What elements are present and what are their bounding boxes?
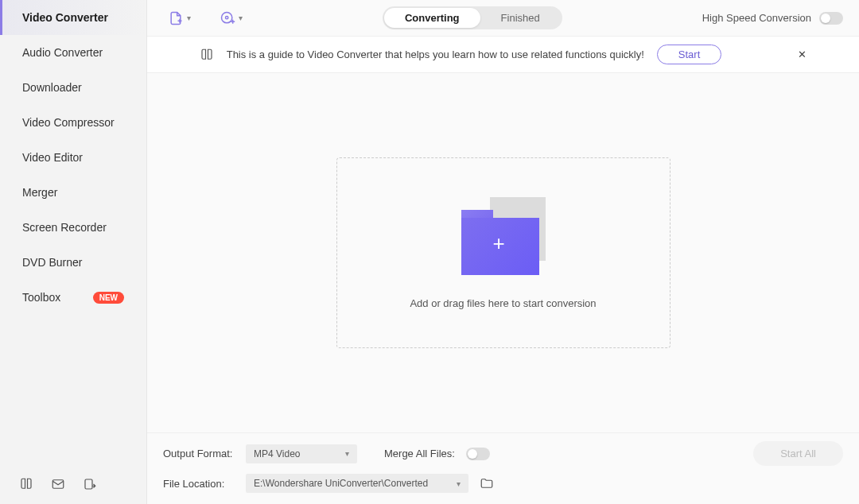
high-speed-toggle[interactable] <box>819 12 843 25</box>
sidebar-item-toolbox[interactable]: Toolbox NEW <box>0 280 146 315</box>
chevron-down-icon: ▾ <box>239 14 243 22</box>
chevron-down-icon: ▾ <box>345 449 349 458</box>
tab-switch: Converting Finished <box>383 6 562 29</box>
output-format-value: MP4 Video <box>254 448 300 459</box>
bottom-bar: Output Format: MP4 Video ▾ Merge All Fil… <box>147 432 859 504</box>
guide-start-button[interactable]: Start <box>657 45 721 64</box>
sidebar-item-label: Toolbox <box>22 291 60 304</box>
tab-converting[interactable]: Converting <box>384 8 480 28</box>
sidebar-item-label: DVD Burner <box>22 256 82 269</box>
svg-point-3 <box>226 16 228 18</box>
file-location-label: File Location: <box>163 478 235 490</box>
tab-finished[interactable]: Finished <box>480 8 561 28</box>
merge-toggle[interactable] <box>466 448 490 460</box>
svg-rect-0 <box>52 480 64 489</box>
file-location-value: E:\Wondershare UniConverter\Converted <box>254 478 428 489</box>
sidebar-item-audio-converter[interactable]: Audio Converter <box>0 35 146 70</box>
svg-point-2 <box>222 12 232 22</box>
guide-close-button[interactable]: ✕ <box>798 48 807 60</box>
svg-rect-1 <box>85 479 92 489</box>
dropzone-text: Add or drag files here to start conversi… <box>410 297 596 309</box>
sidebar-item-video-compressor[interactable]: Video Compressor <box>0 105 146 140</box>
sidebar-item-video-converter[interactable]: Video Converter <box>0 0 146 35</box>
guide-bar: This is a guide to Video Converter that … <box>147 37 859 73</box>
guide-text: This is a guide to Video Converter that … <box>227 48 644 60</box>
add-disc-button[interactable]: ▾ <box>220 10 243 26</box>
sidebar-item-label: Video Editor <box>22 151 83 164</box>
sidebar-item-label: Video Compressor <box>22 116 115 129</box>
folder-add-icon: + <box>461 197 546 275</box>
output-format-label: Output Format: <box>163 448 235 459</box>
sidebar-item-dvd-burner[interactable]: DVD Burner <box>0 245 146 280</box>
sidebar-item-downloader[interactable]: Downloader <box>0 70 146 105</box>
toolbar-left: ▾ ▾ <box>168 10 243 26</box>
sidebar-item-label: Video Converter <box>22 11 108 24</box>
high-speed-label: High Speed Conversion <box>702 12 811 24</box>
add-file-button[interactable]: ▾ <box>168 10 191 26</box>
main-area: ▾ ▾ Converting Finished High Speed Conve… <box>147 0 859 504</box>
guide-icon[interactable] <box>19 477 33 491</box>
start-all-button[interactable]: Start All <box>753 441 843 466</box>
sidebar-item-label: Screen Recorder <box>22 221 107 234</box>
sidebar-item-video-editor[interactable]: Video Editor <box>0 140 146 175</box>
transfer-icon[interactable] <box>83 477 97 491</box>
add-disc-icon <box>220 10 235 26</box>
open-folder-button[interactable] <box>480 476 494 490</box>
add-file-icon <box>168 10 184 26</box>
sidebar-item-merger[interactable]: Merger <box>0 175 146 210</box>
merge-label: Merge All Files: <box>384 448 455 459</box>
sidebar-item-screen-recorder[interactable]: Screen Recorder <box>0 210 146 245</box>
chevron-down-icon: ▾ <box>187 14 191 22</box>
sidebar-item-label: Downloader <box>22 81 82 94</box>
sidebar: Video Converter Audio Converter Download… <box>0 0 147 504</box>
sidebar-item-label: Merger <box>22 186 57 199</box>
toolbar-right: High Speed Conversion <box>702 12 843 25</box>
content-area: + Add or drag files here to start conver… <box>147 73 859 432</box>
output-format-select[interactable]: MP4 Video ▾ <box>246 444 357 463</box>
sidebar-bottom-icons <box>0 464 146 504</box>
mail-icon[interactable] <box>51 477 65 491</box>
toolbar: ▾ ▾ Converting Finished High Speed Conve… <box>147 0 859 37</box>
sidebar-item-label: Audio Converter <box>22 46 103 59</box>
chevron-down-icon: ▾ <box>457 479 461 488</box>
dropzone[interactable]: + Add or drag files here to start conver… <box>336 157 670 348</box>
file-location-select[interactable]: E:\Wondershare UniConverter\Converted ▾ <box>246 474 468 493</box>
new-badge: NEW <box>93 292 124 304</box>
book-icon <box>200 48 214 62</box>
